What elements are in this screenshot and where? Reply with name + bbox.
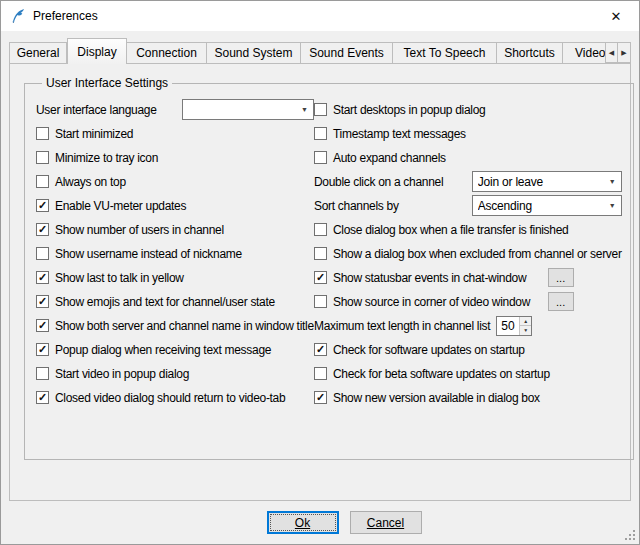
checkbox-box: ✓ [36, 247, 49, 260]
checkbox-box: ✓ [314, 295, 327, 308]
checkbox-vu-meter-updates[interactable]: ✓ Enable VU-meter updates [36, 194, 314, 217]
checkbox-video-popup-dialog[interactable]: ✓ Start video in popup dialog [36, 362, 314, 385]
preferences-window: Preferences ✕ General Display Connection… [0, 0, 640, 545]
tab-sound-system[interactable]: Sound System [207, 42, 301, 63]
checkbox-dialog-when-excluded[interactable]: ✓ Show a dialog box when excluded from c… [314, 242, 622, 265]
checkbox-box: ✓ [314, 343, 327, 356]
app-feather-icon [10, 8, 26, 24]
language-combobox[interactable]: ▼ [182, 99, 314, 120]
max-text-length-label: Maximum text length in channel list [314, 319, 490, 333]
close-icon[interactable]: ✕ [593, 1, 639, 31]
check-icon: ✓ [38, 224, 47, 235]
checkbox-close-on-file-transfer[interactable]: ✓ Close dialog box when a file transfer … [314, 218, 622, 241]
checkbox-box: ✓ [36, 151, 49, 164]
checkbox-box: ✓ [314, 247, 327, 260]
checkbox-box: ✓ [36, 199, 49, 212]
checkbox-box: ✓ [314, 127, 327, 140]
sort-channels-row: Sort channels by Ascending ▼ [314, 194, 622, 217]
checkbox-emojis-and-text[interactable]: ✓ Show emojis and text for channel/user … [36, 290, 314, 313]
checkbox-minimize-to-tray[interactable]: ✓ Minimize to tray icon [36, 146, 314, 169]
checkbox-new-version-dialog[interactable]: ✓ Show new version available in dialog b… [314, 386, 622, 409]
max-text-length-spinbox[interactable]: 50 ▲ ▼ [496, 316, 532, 336]
checkbox-box: ✓ [36, 367, 49, 380]
group-title: User Interface Settings [42, 76, 172, 90]
checkbox-box: ✓ [36, 295, 49, 308]
checkbox-box: ✓ [36, 343, 49, 356]
checkbox-show-video-source[interactable]: ✓ Show source in corner of video window … [314, 290, 622, 313]
checkbox-box: ✓ [36, 175, 49, 188]
double-click-row: Double click on a channel Join or leave … [314, 170, 622, 193]
check-icon: ✓ [38, 392, 47, 403]
checkbox-auto-expand-channels[interactable]: ✓ Auto expand channels [314, 146, 622, 169]
cancel-button[interactable]: Cancel [350, 511, 422, 534]
checkbox-closed-video-return[interactable]: ✓ Closed video dialog should return to v… [36, 386, 314, 409]
checkbox-start-minimized[interactable]: ✓ Start minimized [36, 122, 314, 145]
tab-text-to-speech[interactable]: Text To Speech [393, 42, 497, 63]
tab-display[interactable]: Display [67, 38, 127, 64]
right-column: ✓ Start desktops in popup dialog ✓ Times… [314, 98, 622, 410]
left-column: User interface language ▼ ✓ Start minimi… [36, 98, 314, 410]
sort-channels-label: Sort channels by [314, 199, 399, 213]
checkbox-box: ✓ [314, 391, 327, 404]
check-icon: ✓ [38, 320, 47, 331]
checkbox-last-to-talk-yellow[interactable]: ✓ Show last to talk in yellow [36, 266, 314, 289]
tab-strip: General Display Connection Sound System … [1, 31, 639, 63]
checkbox-start-desktops-popup[interactable]: ✓ Start desktops in popup dialog [314, 98, 622, 121]
check-icon: ✓ [316, 344, 325, 355]
tab-sound-events[interactable]: Sound Events [301, 42, 393, 63]
language-row: User interface language ▼ [36, 98, 314, 121]
checkbox-box: ✓ [314, 367, 327, 380]
checkbox-box: ✓ [36, 319, 49, 332]
spin-up-icon[interactable]: ▲ [520, 317, 531, 327]
check-icon: ✓ [316, 272, 325, 283]
checkbox-show-user-count[interactable]: ✓ Show number of users in channel [36, 218, 314, 241]
checkbox-always-on-top[interactable]: ✓ Always on top [36, 170, 314, 193]
checkbox-username-instead-nickname[interactable]: ✓ Show username instead of nickname [36, 242, 314, 265]
spin-down-icon[interactable]: ▼ [520, 326, 531, 335]
tab-scroll-buttons: ◀ ▶ [605, 42, 631, 63]
checkbox-check-beta-updates[interactable]: ✓ Check for beta software updates on sta… [314, 362, 622, 385]
ok-button[interactable]: Ok [267, 511, 339, 534]
checkbox-box: ✓ [36, 391, 49, 404]
double-click-label: Double click on a channel [314, 175, 443, 189]
checkbox-box: ✓ [36, 223, 49, 236]
checkbox-popup-on-text-message[interactable]: ✓ Popup dialog when receiving text messa… [36, 338, 314, 361]
checkbox-box: ✓ [314, 151, 327, 164]
title-bar[interactable]: Preferences ✕ [1, 1, 639, 31]
checkbox-box: ✓ [314, 223, 327, 236]
tab-scroll-right-icon[interactable]: ▶ [618, 42, 631, 63]
dialog-button-row: Ok Cancel [25, 501, 640, 544]
check-icon: ✓ [38, 344, 47, 355]
checkbox-check-updates[interactable]: ✓ Check for software updates on startup [314, 338, 622, 361]
tab-connection[interactable]: Connection [127, 42, 207, 63]
checkbox-box: ✓ [36, 271, 49, 284]
checkbox-statusbar-events[interactable]: ✓ Show statusbar events in chat-window .… [314, 266, 622, 289]
statusbar-events-browse-button[interactable]: ... [548, 268, 574, 287]
user-interface-settings-group: User Interface Settings User interface l… [24, 76, 634, 460]
resize-grip[interactable] [624, 529, 637, 542]
tab-shortcuts[interactable]: Shortcuts [497, 42, 563, 63]
tab-general[interactable]: General [9, 42, 67, 63]
check-icon: ✓ [38, 296, 47, 307]
double-click-combobox[interactable]: Join or leave ▼ [472, 171, 622, 192]
check-icon: ✓ [38, 200, 47, 211]
chevron-down-icon: ▼ [296, 106, 313, 113]
spin-arrows: ▲ ▼ [519, 317, 531, 335]
video-source-browse-button[interactable]: ... [548, 292, 574, 311]
chevron-down-icon: ▼ [604, 178, 621, 185]
display-tab-pane: User Interface Settings User interface l… [9, 63, 631, 501]
chevron-down-icon: ▼ [604, 202, 621, 209]
checkbox-box: ✓ [36, 127, 49, 140]
sort-channels-combobox[interactable]: Ascending ▼ [472, 195, 622, 216]
tab-scroll-left-icon[interactable]: ◀ [605, 42, 618, 63]
window-title: Preferences [33, 9, 98, 23]
max-text-length-row: Maximum text length in channel list 50 ▲… [314, 314, 622, 337]
check-icon: ✓ [316, 392, 325, 403]
checkbox-box: ✓ [314, 271, 327, 284]
checkbox-server-channel-in-title[interactable]: ✓ Show both server and channel name in w… [36, 314, 314, 337]
check-icon: ✓ [38, 272, 47, 283]
checkbox-box: ✓ [314, 103, 327, 116]
language-label: User interface language [36, 103, 157, 117]
checkbox-timestamp-messages[interactable]: ✓ Timestamp text messages [314, 122, 622, 145]
